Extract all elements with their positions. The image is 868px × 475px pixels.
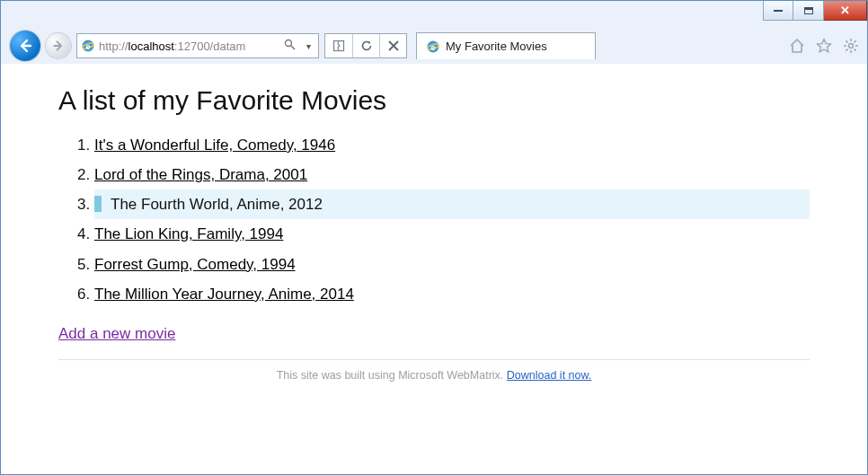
movie-link[interactable]: The Million Year Journey, Anime, 2014 xyxy=(94,286,354,303)
address-bar[interactable]: e http://localhost:12700/datam ▾ xyxy=(76,33,319,58)
home-icon xyxy=(789,38,805,54)
ie-icon: e xyxy=(426,40,440,54)
movie-link[interactable]: It's a Wonderful Life, Comedy, 1946 xyxy=(94,136,335,154)
gear-icon xyxy=(843,38,859,54)
list-item: It's a Wonderful Life, Comedy, 1946 xyxy=(94,130,810,160)
broken-page-icon xyxy=(332,40,345,52)
movie-link[interactable]: Forrest Gump, Comedy, 1994 xyxy=(94,256,296,273)
minimize-button[interactable] xyxy=(763,1,793,21)
svg-line-14 xyxy=(846,40,847,42)
arrow-right-icon xyxy=(52,40,65,52)
arrow-left-icon xyxy=(17,38,33,54)
browser-tab[interactable]: e My Favorite Movies xyxy=(416,32,596,59)
compat-view-button[interactable] xyxy=(325,34,352,57)
svg-text:e: e xyxy=(85,42,90,51)
window-controls xyxy=(763,1,867,21)
svg-point-3 xyxy=(286,40,292,47)
maximize-button[interactable] xyxy=(793,1,824,21)
browser-window: e http://localhost:12700/datam ▾ e xyxy=(0,0,868,475)
footer: This site was built using Microsoft WebM… xyxy=(58,369,810,382)
selection-caret xyxy=(94,196,102,212)
footer-text: This site was built using Microsoft WebM… xyxy=(277,369,507,382)
list-item: The Million Year Journey, Anime, 2014 xyxy=(94,279,810,309)
refresh-button[interactable] xyxy=(352,34,379,57)
add-movie-link[interactable]: Add a new movie xyxy=(58,325,175,342)
favorites-button[interactable] xyxy=(815,37,833,55)
movie-link[interactable]: Lord of the Rings, Drama, 2001 xyxy=(94,166,307,183)
list-item: Forrest Gump, Comedy, 1994 xyxy=(94,250,810,279)
list-item: Lord of the Rings, Drama, 2001 xyxy=(94,160,810,189)
nav-toolbar: e http://localhost:12700/datam ▾ e xyxy=(1,28,867,64)
close-button[interactable] xyxy=(824,1,867,21)
toolbar-cluster xyxy=(324,33,407,58)
page-content: A list of my Favorite Movies It's a Wond… xyxy=(1,64,867,474)
home-button[interactable] xyxy=(788,37,806,55)
list-item: The Lion King, Family, 1994 xyxy=(94,219,810,249)
search-icon[interactable] xyxy=(280,39,299,53)
footer-link[interactable]: Download it now. xyxy=(507,369,592,382)
tab-title: My Favorite Movies xyxy=(446,40,547,53)
movie-label: The Fourth World, Anime, 2012 xyxy=(111,196,323,213)
svg-line-16 xyxy=(855,40,856,42)
svg-line-17 xyxy=(846,49,847,51)
back-button[interactable] xyxy=(10,31,40,61)
movie-list: It's a Wonderful Life, Comedy, 1946Lord … xyxy=(58,130,810,309)
star-icon xyxy=(816,38,832,54)
ie-icon: e xyxy=(81,39,95,53)
movie-link[interactable]: The Lion King, Family, 1994 xyxy=(94,225,283,242)
tools-button[interactable] xyxy=(842,37,860,55)
refresh-icon xyxy=(360,40,373,52)
page-title: A list of my Favorite Movies xyxy=(58,85,810,116)
svg-text:e: e xyxy=(430,42,435,51)
svg-line-15 xyxy=(855,49,856,51)
url-text: http://localhost:12700/datam xyxy=(99,40,277,53)
address-dropdown[interactable]: ▾ xyxy=(303,41,314,51)
stop-button[interactable] xyxy=(379,34,406,57)
divider xyxy=(58,359,810,360)
forward-button[interactable] xyxy=(46,33,71,58)
browser-right-icons xyxy=(788,37,860,55)
svg-line-4 xyxy=(291,46,295,49)
list-item: The Fourth World, Anime, 2012 xyxy=(94,189,810,219)
svg-point-9 xyxy=(849,44,854,48)
stop-icon xyxy=(388,40,399,51)
